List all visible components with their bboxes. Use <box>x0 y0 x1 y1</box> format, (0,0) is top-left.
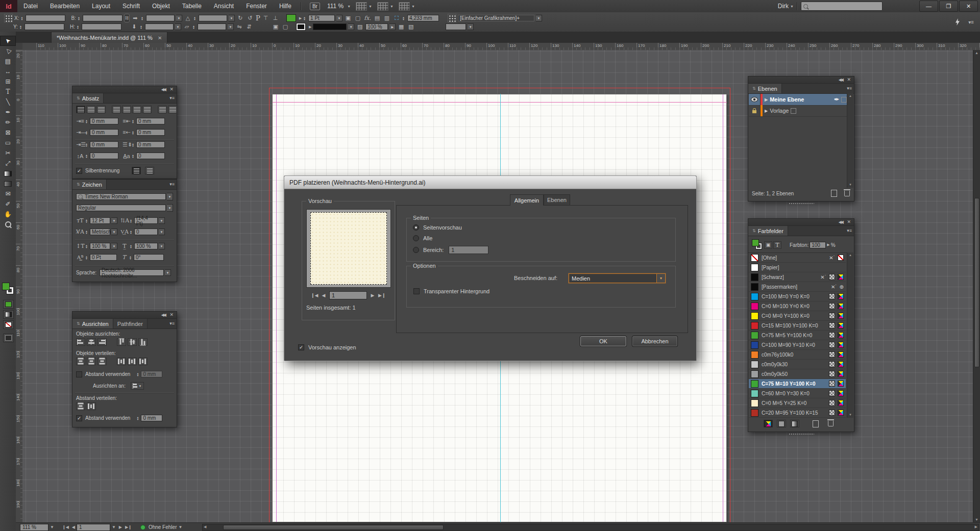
rotate-ccw-icon[interactable]: ↺ <box>246 15 254 21</box>
radio-seitenvorschau[interactable] <box>413 224 419 231</box>
select-container-icon[interactable]: ▣ <box>272 23 280 30</box>
font-size-stepper[interactable]: ▲▼ <box>85 219 89 223</box>
formatting-affects-container-button[interactable]: ▣ <box>764 241 772 249</box>
layer-selection-box[interactable] <box>791 108 796 114</box>
swatch-row[interactable]: C=15 M=100 Y=100 K=0 ✕˙ ⊕ <box>749 321 846 331</box>
transparent-background-checkbox[interactable] <box>413 288 420 294</box>
reference-point-proxy[interactable] <box>4 14 13 22</box>
left-indent-field[interactable]: 0 mm <box>90 118 118 124</box>
swatch-name[interactable]: C=75 M=10 Y=100 K=0 <box>762 381 815 387</box>
align-to-button[interactable]: ▼ <box>131 382 144 390</box>
leading-stepper[interactable]: ▲▼ <box>130 219 133 223</box>
swatch-name[interactable]: C=100 M=0 Y=0 K=0 <box>762 294 810 299</box>
arrange-documents-arrow[interactable]: ▼ <box>411 5 415 8</box>
height-stepper[interactable]: ▲▼ <box>77 25 80 29</box>
align-right-button[interactable] <box>96 106 106 113</box>
view-options-arrow[interactable]: ▼ <box>369 5 372 8</box>
font-family-field[interactable]: Times New Roman <box>76 193 166 200</box>
menu-item[interactable]: Hilfe <box>273 0 298 12</box>
stroke-color-swatch[interactable] <box>296 23 306 31</box>
show-gradient-swatches-button[interactable] <box>790 420 799 427</box>
justify-right-button[interactable] <box>132 106 141 113</box>
dialog-title-bar[interactable]: PDF platzieren (Weihnachts-Menü-Hintergr… <box>284 176 696 189</box>
tool-button[interactable]: ➤ <box>0 36 16 46</box>
horizontal-ruler[interactable]: 1101009080706050403020100102030405060708… <box>22 43 980 50</box>
document-tab[interactable]: *Weihnachts-Menükarte.indd @ 111 % ✕ <box>51 32 167 43</box>
screen-mode-arrow[interactable]: ▼ <box>390 5 394 8</box>
control-panel-menu-icon[interactable]: ▾≡ <box>968 19 974 25</box>
scale-x-dropdown[interactable]: ▼ <box>176 15 182 21</box>
scroll-up-icon[interactable]: ▲ <box>975 51 978 55</box>
rotate-cw-icon[interactable]: ↻ <box>236 15 244 21</box>
swatch-row[interactable]: [Ohne] ✕˙ ⊕ <box>749 253 846 263</box>
page-dropdown-icon[interactable]: ▼ <box>110 525 117 529</box>
opacity-field[interactable]: 100 % <box>365 23 388 30</box>
wrap-none-icon[interactable]: ▤ <box>373 15 381 21</box>
search-input[interactable] <box>801 2 883 11</box>
screen-mode-button[interactable] <box>3 334 14 342</box>
apply-none-button[interactable] <box>3 320 14 329</box>
use-spacing-checkbox-2[interactable]: ✓ <box>76 415 82 421</box>
dropcap-lines-field[interactable]: 0 <box>90 153 118 159</box>
fill-color-swatch[interactable] <box>286 14 296 22</box>
fill-stroke-proxy[interactable] <box>2 283 14 295</box>
swatch-name[interactable]: [Ohne] <box>762 255 777 261</box>
font-family-dropdown[interactable]: ▼ <box>167 193 173 200</box>
right-indent-field[interactable]: 0 mm <box>136 118 165 124</box>
layer-name[interactable]: Meine Ebene <box>770 96 804 103</box>
horizontal-scrollbar[interactable]: ◀ ▶ <box>202 524 979 531</box>
menu-item[interactable]: Layout <box>86 0 116 12</box>
swatch-row[interactable]: [Papier] ✕˙ ⊕ <box>749 263 846 272</box>
distribute-space-v-button[interactable] <box>76 402 85 410</box>
vertical-scale-stepper[interactable]: ▲▼ <box>85 244 89 248</box>
fitting-options-field[interactable] <box>446 23 466 30</box>
preflight-dropdown-icon[interactable]: ▼ <box>177 525 184 529</box>
menu-item[interactable]: Objekt <box>146 0 176 12</box>
space-before-stepper[interactable]: ▲▼ <box>85 143 89 147</box>
scroll-right-icon[interactable]: ▶ <box>975 525 977 529</box>
zoom-dropdown-icon[interactable]: ▼ <box>48 525 56 529</box>
panel-menu-icon[interactable]: ▾≡ <box>169 321 175 326</box>
show-color-swatches-button[interactable] <box>777 420 786 427</box>
swatch-row[interactable]: C=60 M=0 Y=30 K=0 ✕˙ ⊕ <box>749 389 846 398</box>
y-stepper[interactable]: ▲▼ <box>19 25 23 29</box>
expand-layer-icon[interactable]: ▶ <box>765 109 768 113</box>
collapse-panel-icon[interactable]: ◀◀ <box>161 87 165 92</box>
close-panel-icon[interactable]: ✕ <box>847 219 851 224</box>
scroll-down-icon[interactable]: ▼ <box>975 518 978 521</box>
skew-field[interactable]: 0° <box>134 254 164 261</box>
width-field[interactable] <box>83 15 122 21</box>
align-away-spine-button[interactable] <box>168 106 177 113</box>
ok-button[interactable]: OK <box>580 336 627 347</box>
swatch-name[interactable]: [Passermarken] <box>762 284 797 290</box>
scale-x-stepper[interactable]: ▲▼ <box>141 16 144 20</box>
quick-apply-icon[interactable] <box>955 18 960 27</box>
scroll-down-icon[interactable]: ▼ <box>847 182 853 188</box>
spacing-field-2[interactable]: 0 mm <box>141 415 162 421</box>
menu-item[interactable]: Tabelle <box>176 0 208 12</box>
align-bottom-edges-button[interactable] <box>138 338 148 346</box>
opacity-dropdown[interactable]: ▶ <box>389 23 396 30</box>
tint-dropdown-icon[interactable]: ▶ <box>827 243 829 247</box>
span-columns-button[interactable] <box>145 167 154 174</box>
justify-center-button[interactable] <box>122 106 131 113</box>
fill-stroke-proxy[interactable] <box>752 239 763 250</box>
apply-color-button[interactable] <box>3 300 14 309</box>
view-options-icon[interactable] <box>356 2 367 11</box>
preflight-status-text[interactable]: Ohne Fehler <box>149 524 177 530</box>
apply-gradient-button[interactable] <box>3 310 14 319</box>
rotation-stepper[interactable]: ▲▼ <box>193 16 197 20</box>
screen-mode-icon[interactable] <box>377 2 388 11</box>
spacing-field-1[interactable]: 0 mm <box>141 371 162 377</box>
show-preview-checkbox[interactable]: ✓ <box>298 344 304 350</box>
wrap-bounding-icon[interactable]: ▥ <box>383 15 391 21</box>
close-panel-icon[interactable]: ✕ <box>847 77 851 82</box>
layers-scrollbar[interactable]: ▲ ▼ <box>847 93 853 188</box>
swatch-name[interactable]: [Schwarz] <box>762 274 784 280</box>
kerning-field[interactable]: Metrisch <box>90 229 110 235</box>
first-line-indent-field[interactable]: 0 mm <box>90 129 118 136</box>
restore-button[interactable]: ❐ <box>939 1 958 12</box>
height-field[interactable] <box>82 23 121 30</box>
panel-menu-icon[interactable]: ▾≡ <box>847 86 852 91</box>
swatch-name[interactable]: C=60 M=0 Y=30 K=0 <box>762 391 810 396</box>
